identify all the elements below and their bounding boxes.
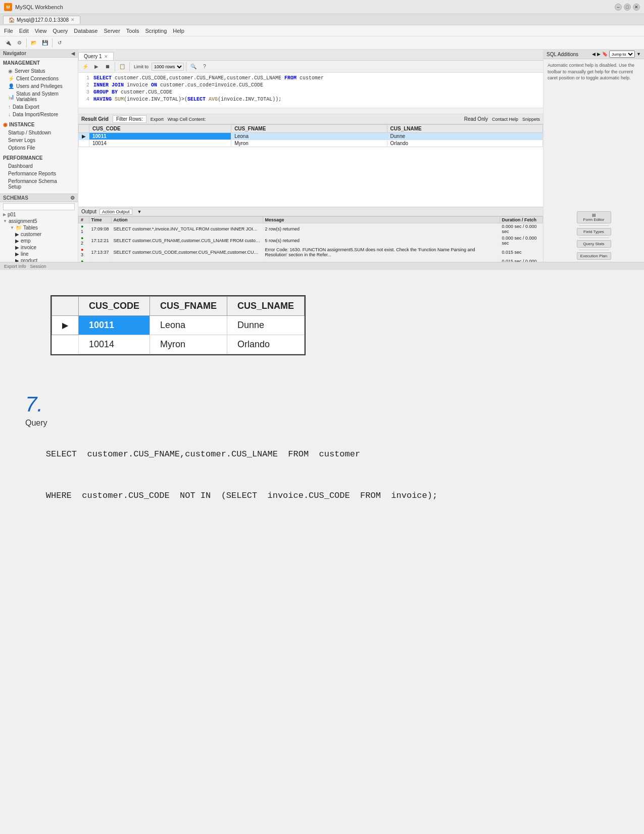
connection-tab-close[interactable]: ✕	[71, 17, 75, 22]
action-output-tab[interactable]: Action Output	[100, 209, 132, 215]
output-row-2: ● 2 17:12:21 SELECT customer.CUS_FNAME,c…	[79, 235, 543, 247]
form-editor-btn[interactable]: ▤ Form Editor	[577, 211, 611, 223]
cell-lname-2: Orlando	[387, 140, 542, 147]
menu-file[interactable]: File	[4, 28, 13, 34]
open-query-icon[interactable]: 📂	[29, 38, 39, 48]
nav-users-privileges[interactable]: 👤 Users and Privileges	[0, 82, 78, 90]
nav-perf-reports[interactable]: Performance Reports	[0, 170, 78, 177]
sql-additions-nav-prev[interactable]: ◀	[592, 52, 596, 57]
table-customer-label: customer	[21, 231, 41, 237]
th-cus-code: CUS_CODE	[89, 125, 231, 133]
horizontal-scrollbar[interactable]	[78, 108, 543, 114]
new-connection-icon[interactable]: 🔌	[3, 38, 13, 48]
stop-icon[interactable]: ⏹	[103, 62, 113, 72]
title-bar: M MySQL Workbench – □ ✕	[0, 0, 644, 14]
output-row-1: ● 1 17:09:08 SELECT customer.*,invoice.I…	[79, 223, 543, 235]
execute-icon[interactable]: ⚡	[80, 62, 90, 72]
query-help-icon[interactable]: ?	[200, 62, 210, 72]
nav-dashboard[interactable]: Dashboard	[0, 162, 78, 170]
jump-to-select[interactable]: Jump to	[609, 51, 635, 58]
result-table-container: CUS_CODE CUS_FNAME CUS_LNAME ▶ 10011 Leo…	[78, 124, 543, 207]
nav-server-status[interactable]: ◉ Server Status	[0, 67, 78, 75]
output-panel: Output Action Output ▼ # Time Action	[78, 207, 543, 262]
import-icon: ↓	[8, 112, 11, 117]
folder-tables[interactable]: ▼ 📁 Tables	[0, 224, 78, 231]
table-invoice[interactable]: ▶ invoice	[0, 244, 78, 251]
table-line[interactable]: ▶ line	[0, 251, 78, 257]
table-row[interactable]: 10014 Myron Orlando	[79, 140, 543, 147]
query-tab-1[interactable]: Query 1 ✕	[78, 52, 114, 60]
refresh-icon[interactable]: ↺	[55, 38, 65, 48]
table-customer[interactable]: ▶ customer	[0, 231, 78, 238]
table-emp[interactable]: ▶ emp	[0, 238, 78, 244]
sql-additions-bookmark[interactable]: 🔖	[602, 52, 608, 57]
menu-query[interactable]: Query	[53, 28, 68, 34]
out-dur-3: 0.015 sec	[500, 247, 542, 258]
close-button[interactable]: ✕	[633, 4, 640, 11]
navigator-title: Navigator	[3, 51, 26, 56]
table-row[interactable]: ▶ 10011 Leona Dunne	[79, 133, 543, 140]
schema-assignment5[interactable]: ▼ assignment5	[0, 218, 78, 224]
maximize-button[interactable]: □	[624, 4, 631, 11]
app-icon: M	[4, 3, 12, 11]
sql-additions-settings[interactable]: ▼	[636, 52, 641, 57]
menu-tools[interactable]: Tools	[126, 28, 139, 34]
query-toolbar: ⚡ ▶ ⏹ 📋 Limit to 1000 rows 🔍 ?	[78, 61, 543, 73]
filter-rows-tab[interactable]: Filter Rows:	[113, 115, 146, 123]
nav-client-connections[interactable]: ⚡ Client Connections	[0, 75, 78, 82]
navigator-collapse[interactable]: ◀	[71, 51, 75, 56]
schemas-settings-icon[interactable]: ⚙	[70, 195, 75, 201]
output-dropdown[interactable]: ▼	[137, 209, 142, 214]
menu-view[interactable]: View	[35, 28, 47, 34]
large-table-row-2[interactable]: 10014 Myron Orlando	[52, 335, 305, 354]
nav-data-import[interactable]: ↓ Data Import/Restore	[0, 111, 78, 118]
field-types-btn[interactable]: Field Types	[577, 228, 611, 236]
limit-select[interactable]: 1000 rows	[152, 63, 184, 71]
sql-additions-nav-next[interactable]: ▶	[597, 52, 601, 57]
nav-options-file[interactable]: Options File	[0, 144, 78, 152]
nav-perf-schema[interactable]: Performance Schema Setup	[0, 177, 78, 191]
save-query-icon[interactable]: 💾	[40, 38, 50, 48]
result-label: Result Grid	[81, 116, 109, 122]
sql-editor[interactable]: 1 SELECT customer.CUS_CODE,customer.CUS_…	[78, 73, 543, 108]
line-num-3: 3	[82, 89, 89, 96]
section-number: 7.	[25, 392, 619, 416]
execute-current-icon[interactable]: ▶	[91, 62, 102, 72]
out-dur-1: 0.000 sec / 0.000 sec	[500, 223, 542, 235]
export-label[interactable]: Export	[151, 117, 164, 122]
manage-connections-icon[interactable]: ⚙	[14, 38, 24, 48]
menu-scripting[interactable]: Scripting	[145, 28, 167, 34]
menu-database[interactable]: Database	[74, 28, 97, 34]
large-th-cus-fname: CUS_FNAME	[150, 297, 227, 316]
query-line-2: WHERE customer.CUS_CODE NOT IN (SELECT i…	[25, 475, 619, 517]
menu-edit[interactable]: Edit	[19, 28, 29, 34]
users-icon: 👤	[8, 83, 14, 89]
nav-data-export[interactable]: ↑ Data Export	[0, 103, 78, 111]
search-icon[interactable]: 🔍	[188, 62, 199, 72]
table-product[interactable]: ▶ product	[0, 257, 78, 262]
output-row-3: ● 3 17:13:37 SELECT customer.CUS_CODE,cu…	[79, 247, 543, 258]
connection-tab[interactable]: 🏠 Mysql@127.0.0.1:3308 ✕	[3, 16, 80, 24]
nav-server-logs[interactable]: Server Logs	[0, 136, 78, 144]
large-table-row-1[interactable]: ▶ 10011 Leona Dunne	[52, 316, 305, 335]
section-query-label: Query	[25, 419, 619, 428]
table-invoice-icon: ▶	[15, 245, 19, 250]
minimize-button[interactable]: –	[615, 4, 622, 11]
wrap-cell-label: Wrap Cell Content:	[168, 117, 206, 122]
workbench-window: M MySQL Workbench – □ ✕ 🏠 Mysql@127.0.0.…	[0, 0, 644, 270]
content-area: Query 1 ✕ ⚡ ▶ ⏹ 📋 Limit to 1000 rows 🔍 ?	[78, 50, 543, 262]
server-status-icon: ◉	[8, 68, 13, 74]
query-tab-close-icon[interactable]: ✕	[104, 54, 108, 59]
toggle-output-icon[interactable]: 📋	[117, 62, 127, 72]
schema-filter-input[interactable]	[3, 203, 75, 210]
execution-plan-btn[interactable]: Execution Plan	[577, 252, 611, 260]
large-row-arrow-1: ▶	[52, 316, 79, 335]
nav-startup-shutdown[interactable]: Startup / Shutdown	[0, 129, 78, 136]
menu-server[interactable]: Server	[104, 28, 120, 34]
connection-tab-bar: 🏠 Mysql@127.0.0.1:3308 ✕	[0, 14, 644, 25]
menu-help[interactable]: Help	[173, 28, 184, 34]
schema-p01[interactable]: ▶ p01	[0, 211, 78, 218]
sql-additions-title: SQL Additions	[547, 52, 578, 57]
query-stats-btn[interactable]: Query Stats	[577, 240, 611, 248]
nav-status-vars[interactable]: 📊 Status and System Variables	[0, 90, 78, 103]
